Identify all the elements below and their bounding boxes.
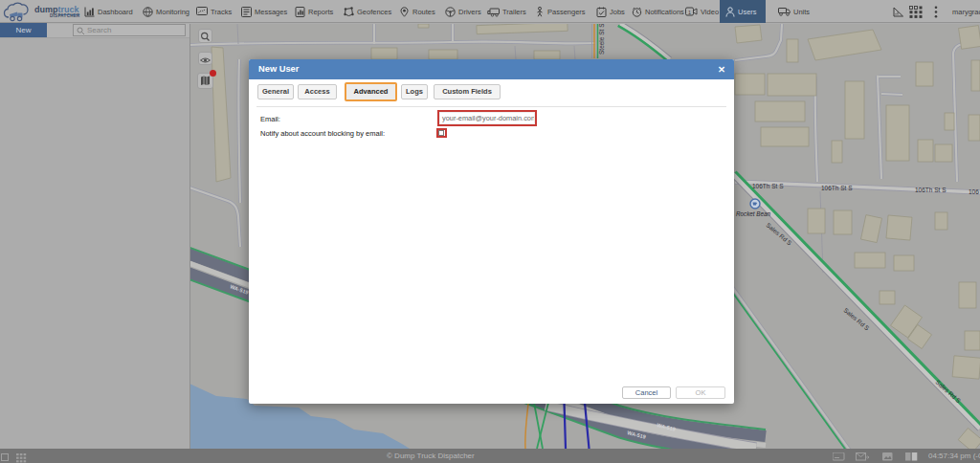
svg-text:Steele St S: Steele St S (598, 24, 605, 55)
svg-text:106: 106 (969, 188, 979, 195)
svg-text:106Th St S: 106Th St S (821, 185, 853, 191)
svg-text:Rocket Bean: Rocket Bean (736, 210, 771, 217)
svg-text:1: 1 (688, 10, 691, 15)
svg-text:106Th St S: 106Th St S (752, 183, 784, 189)
svg-text:106Th St S: 106Th St S (915, 187, 947, 193)
